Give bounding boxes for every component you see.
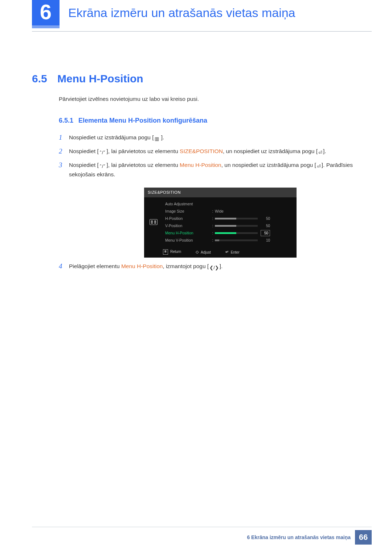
step-text: ]. [323, 148, 326, 154]
osd-label: Image Size [165, 208, 211, 214]
leftright-icon: ❮/❯ [209, 264, 220, 271]
highlight: Menu H-Position [121, 263, 163, 269]
highlight: SIZE&POSITION [180, 148, 223, 154]
osd-row-v-position: V-Position : 50 [165, 222, 291, 229]
section-heading: 6.5Menu H-Position [32, 73, 392, 85]
slider-num: 50 [261, 223, 270, 229]
osd-title: SIZE&POSITION [144, 188, 297, 197]
osd-row-h-position: H-Position : 50 [165, 215, 291, 222]
step-num: 3 [59, 160, 62, 170]
step-text: ]. [160, 134, 164, 140]
slider-bar [215, 225, 258, 227]
subsection-heading: 6.5.1Elementa Menu H-Position konfigurēš… [59, 117, 392, 124]
osd-value: 50 [215, 223, 291, 229]
page-header: 6 Ekrāna izmēru un atrašanās vietas maiņ… [0, 0, 392, 40]
osd-footer: Return Adjust Enter [144, 247, 297, 255]
osd-hint-return: Return [163, 249, 181, 255]
slider-bar [215, 218, 258, 219]
slider-bar [215, 232, 258, 234]
step-text: Nospiediet uz izstrādājuma pogu [ [69, 134, 154, 140]
chapter-badge: 6 [32, 0, 60, 28]
colon: : [211, 237, 215, 243]
section-intro: Pārvietojiet izvēlnes novietojumu uz lab… [59, 96, 392, 102]
enter-icon: ⏎ [316, 163, 322, 170]
step-text: , un nospiediet uz izstrādājuma pogu [ [221, 162, 316, 168]
step-text: Pielāgojiet elementu [69, 263, 121, 269]
step-1: 1 Nospiediet uz izstrādājuma pogu [▥ ]. [59, 133, 372, 143]
updown-icon: ˄/˅ [99, 163, 107, 170]
section-title: Menu H-Position [57, 73, 143, 85]
menu-icon: ▥ [154, 135, 160, 143]
osd-row-auto: Auto Adjustment [165, 200, 291, 208]
footer-text: 6 Ekrāna izmēru un atrašanās vietas maiņ… [247, 534, 355, 540]
osd-rows: Auto Adjustment Image Size : Wide H-Posi… [163, 197, 297, 247]
slider-bar [215, 239, 258, 241]
osd-menu: SIZE&POSITION Auto Adjustment Image Size… [144, 188, 297, 258]
osd-row-image-size: Image Size : Wide [165, 208, 291, 215]
osd-hint-adjust: Adjust [196, 249, 211, 255]
osd-label: V-Position [165, 223, 211, 229]
step-num: 1 [59, 132, 62, 143]
page-footer: 6 Ekrāna izmēru un atrašanās vietas maiņ… [247, 530, 372, 545]
slider-num-selected: 50 [261, 230, 270, 237]
enter-icon: ⏎ [318, 149, 323, 156]
osd-value: 10 [215, 238, 291, 243]
osd-label: H-Position [165, 216, 211, 221]
header-divider [32, 31, 372, 32]
osd-side-icon-col [144, 197, 163, 247]
osd-value: Wide [215, 208, 291, 214]
step-text: ], lai pārvietotos uz elementu [106, 148, 180, 154]
osd-label: Menu H-Position [165, 230, 211, 236]
subsection-num: 6.5.1 [59, 117, 78, 124]
step-text: ], lai pārvietotos uz elementu [106, 162, 180, 168]
step-text: Nospiediet [ [69, 148, 99, 154]
osd-hint-enter: Enter [225, 249, 240, 255]
step-text: ]. [220, 263, 223, 269]
subsection-title: Elementa Menu H-Position konfigurēšana [78, 117, 207, 124]
slider-num: 10 [261, 238, 270, 243]
updown-icon: ˄/˅ [99, 149, 107, 156]
osd-label: Auto Adjustment [165, 201, 211, 207]
footer-divider [32, 527, 372, 527]
step-num: 4 [59, 261, 62, 271]
section-num: 6.5 [32, 73, 57, 85]
osd-row-menu-v-position: Menu V-Position : 10 [165, 237, 291, 244]
page-number: 66 [355, 530, 372, 545]
step-4: 4 Pielāgojiet elementu Menu H-Position, … [59, 262, 372, 271]
slider-num: 50 [261, 216, 270, 222]
chapter-title: Ekrāna izmēru un atrašanās vietas maiņa [68, 6, 295, 20]
colon: : [211, 208, 215, 214]
colon: : [211, 230, 215, 236]
colon: : [211, 223, 215, 229]
step-2: 2 Nospiediet [˄/˅], lai pārvietotos uz e… [59, 147, 372, 156]
osd-value: 50 [215, 216, 291, 222]
colon: : [211, 216, 215, 221]
osd-row-menu-h-position: Menu H-Position : 50 [165, 229, 291, 237]
step-3: 3 Nospiediet [˄/˅], lai pārvietotos uz e… [59, 161, 372, 258]
osd-label: Menu V-Position [165, 237, 211, 243]
step-text: , izmantojot pogu [ [163, 263, 209, 269]
highlight: Menu H-Position [180, 162, 221, 168]
osd-body: Auto Adjustment Image Size : Wide H-Posi… [144, 197, 297, 247]
step-text: Nospiediet [ [69, 162, 99, 168]
size-position-icon [150, 219, 158, 225]
step-num: 2 [59, 146, 62, 156]
osd-value: 50 [215, 230, 291, 237]
step-list: 1 Nospiediet uz izstrādājuma pogu [▥ ]. … [59, 133, 372, 271]
step-text: , un nospiediet uz izstrādājuma pogu [ [223, 148, 318, 154]
